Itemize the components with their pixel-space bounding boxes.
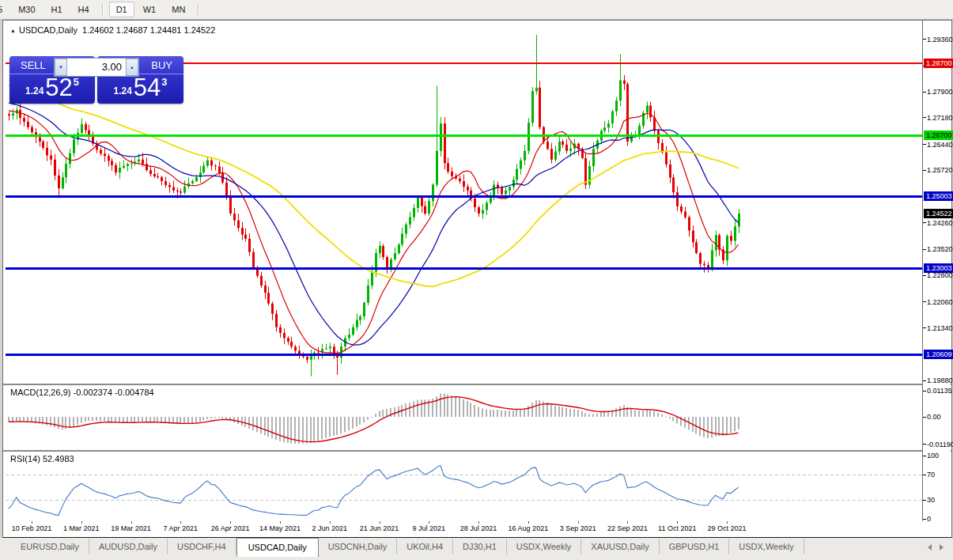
date-tick-mark	[478, 521, 479, 524]
tab-usdx-weekly-2[interactable]: USDX,Weekly	[729, 539, 804, 554]
macd-tick-label: -0.01190	[927, 441, 953, 448]
date-tick-label: 16 Aug 2021	[509, 524, 549, 532]
tab-scroll-left-icon[interactable]	[928, 544, 932, 551]
timeframe-button-d1[interactable]: D1	[109, 2, 134, 17]
date-tick-label: 2 Jun 2021	[312, 524, 347, 532]
price-tick-label: 1.24260	[927, 219, 953, 227]
date-tick-mark	[380, 521, 380, 524]
volume-decrease-button[interactable]: ▼	[55, 59, 67, 76]
date-tick-mark	[131, 521, 132, 524]
timeframe-button-mn[interactable]: MN	[165, 2, 192, 17]
price-axis[interactable]: 1.293601.286201.279001.271801.264401.257…	[922, 21, 951, 521]
sell-price: 1.24 52 5	[9, 74, 95, 100]
axis-tick-mark	[923, 519, 926, 520]
date-tick-label: 9 Jul 2021	[413, 524, 446, 532]
spin-down-icon: ▼	[59, 65, 63, 70]
tab-eurusd-daily[interactable]: EURUSD,Daily	[11, 539, 89, 554]
buy-price-sup: 3	[161, 76, 167, 88]
timeframe-button-m30[interactable]: M30	[11, 2, 42, 17]
date-tick-label: 10 Feb 2021	[12, 524, 52, 532]
tab-usdcad-daily[interactable]: USDCAD,Daily	[236, 538, 319, 557]
tab-ukoil-h4[interactable]: UKOil,H4	[397, 539, 453, 554]
tab-usdx-weekly[interactable]: USDX,Weekly	[507, 539, 581, 554]
macd-indicator-label: MACD(12,26,9) -0.002374 -0.004784	[10, 388, 154, 397]
rsi-panel[interactable]	[6, 452, 922, 520]
axis-tick-mark	[923, 222, 926, 223]
price-tick-label: 1.27180	[927, 114, 953, 122]
chart-ohlc-values: 1.24602 1.24687 1.24481 1.24522	[82, 25, 215, 35]
price-tick-label: 1.21340	[927, 324, 953, 332]
sell-price-sup: 5	[74, 76, 79, 88]
tab-gbpusd-h1[interactable]: GBPUSD,H1	[660, 539, 730, 554]
axis-tick-mark	[923, 456, 926, 456]
timeframe-toolbar: 5 M30 H1 H4 D1 W1 MN	[0, 0, 953, 20]
date-tick-label: 14 May 2021	[259, 524, 301, 532]
level-price-badge: 1.23003	[924, 263, 953, 273]
tab-usdcnh-daily[interactable]: USDCNH,Daily	[319, 539, 398, 554]
chart-symbol-label: USDCAD,Daily	[19, 25, 78, 35]
axis-tick-mark	[923, 249, 926, 250]
date-axis[interactable]: 10 Feb 20211 Mar 202119 Mar 20217 Apr 20…	[3, 521, 951, 535]
axis-tick-mark	[923, 144, 926, 145]
date-tick-label: 11 Oct 2021	[658, 524, 696, 532]
volume-spinner: ▼ 3.00 ▲	[54, 58, 139, 77]
rsi-tick-label: 30	[927, 496, 935, 504]
date-tick-label: 21 Jun 2021	[360, 524, 399, 532]
collapse-triangle-icon[interactable]: ▲	[10, 28, 16, 33]
axis-tick-mark	[923, 301, 926, 302]
axis-tick-mark	[923, 475, 926, 475]
axis-tick-mark	[923, 327, 926, 328]
sell-price-small: 1.24	[25, 85, 43, 96]
date-tick-mark	[627, 521, 628, 524]
chart-ohlc-title: ▲USDCAD,Daily 1.24602 1.24687 1.24481 1.…	[10, 25, 215, 35]
toolbar-separator	[198, 3, 199, 16]
rsi-canvas[interactable]	[6, 452, 922, 520]
axis-tick-mark	[923, 117, 926, 118]
timeframe-button-h1[interactable]: H1	[44, 2, 70, 17]
date-tick-label: 1 Mar 2021	[63, 524, 100, 532]
volume-input[interactable]: 3.00	[67, 59, 126, 76]
axis-tick-mark	[923, 417, 926, 418]
toolbar-separator	[102, 3, 104, 16]
date-tick-mark	[230, 521, 231, 524]
volume-increase-button[interactable]: ▲	[126, 59, 138, 76]
date-tick-mark	[528, 521, 529, 524]
date-tick-mark	[578, 521, 579, 524]
price-tick-label: 1.22060	[927, 298, 953, 306]
axis-tick-mark	[923, 500, 926, 501]
date-tick-label: 29 Oct 2021	[708, 524, 747, 532]
buy-price-small: 1.24	[113, 85, 131, 96]
date-tick-mark	[429, 521, 429, 524]
tab-dj30-h1[interactable]: DJ30,H1	[453, 539, 507, 554]
axis-tick-mark	[923, 380, 926, 381]
price-tick-label: 1.19880	[927, 376, 953, 384]
timeframe-button-w1[interactable]: W1	[136, 2, 164, 17]
tab-audusd-daily[interactable]: AUDUSD,Daily	[89, 539, 168, 554]
rsi-indicator-label: RSI(14) 52.4983	[10, 454, 74, 464]
level-price-badge: 1.28700	[924, 59, 953, 68]
date-tick-label: 22 Sep 2021	[607, 524, 648, 532]
date-tick-label: 7 Apr 2021	[164, 524, 199, 532]
date-tick-label: 26 Apr 2021	[211, 524, 250, 532]
date-tick-mark	[280, 521, 281, 524]
buy-price-big: 54	[134, 75, 161, 100]
axis-tick-mark	[923, 170, 926, 171]
macd-tick-label: 0.00	[927, 413, 941, 421]
chart-tabbar: EURUSD,Daily AUDUSD,Daily USDCHF,H4 USDC…	[0, 538, 953, 560]
tab-scroll-right-icon[interactable]	[940, 544, 944, 551]
axis-tick-mark	[923, 444, 926, 445]
chart-window: ▲USDCAD,Daily 1.24602 1.24687 1.24481 1.…	[2, 20, 952, 539]
date-tick-label: 19 Mar 2021	[111, 524, 151, 532]
one-click-trade-panel: SELL 1.24 52 5 BUY 1.24 54 3 ▼ 3.00 ▲	[9, 56, 183, 104]
tab-xauusd-daily[interactable]: XAUUSD,Daily	[581, 539, 659, 554]
tab-usdchf-h4[interactable]: USDCHF,H4	[168, 539, 236, 554]
timeframe-button-m5[interactable]: 5	[0, 2, 9, 17]
price-tick-label: 1.27900	[927, 88, 953, 96]
timeframe-button-h4[interactable]: H4	[71, 2, 96, 17]
price-tick-label: 1.29360	[927, 36, 953, 44]
level-price-badge: 1.26700	[924, 131, 953, 140]
date-tick-mark	[727, 521, 728, 524]
tab-scroll-arrows	[928, 538, 953, 551]
axis-tick-mark	[923, 92, 926, 93]
date-tick-mark	[32, 521, 32, 524]
